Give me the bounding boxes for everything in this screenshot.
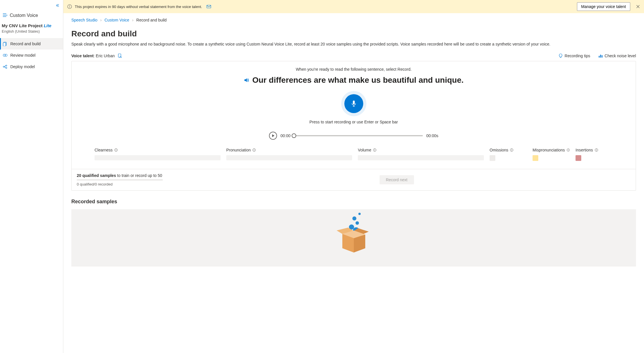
svg-point-14 [70, 5, 70, 6]
recorded-samples-empty [71, 209, 636, 267]
svg-line-10 [4, 66, 6, 67]
sidebar-product: Custom Voice [0, 9, 63, 23]
metrics: Clearness Pronunciation Volume [80, 148, 627, 161]
seek-slider[interactable] [294, 135, 423, 136]
nav-deploy-model[interactable]: Deploy model [0, 61, 63, 72]
recorder-sentence: Our differences are what make us beautif… [252, 76, 464, 85]
info-icon[interactable] [567, 148, 570, 152]
speaker-icon[interactable] [244, 78, 249, 83]
microphone-icon [350, 100, 358, 107]
time-current: 00:00 [280, 133, 290, 138]
info-icon[interactable] [252, 148, 256, 152]
footer-progress [77, 180, 163, 180]
page-description: Speak clearly with a good microphone and… [71, 41, 636, 47]
svg-point-29 [254, 149, 254, 149]
toolbar: Voice talent: Eric Urban Recording tips … [71, 54, 636, 58]
svg-point-9 [6, 67, 7, 68]
content-scroll[interactable]: Speech Studio › Custom Voice › Record an… [63, 13, 644, 353]
breadcrumb-current: Record and build [136, 18, 167, 22]
metric-clearness: Clearness [95, 148, 221, 161]
record-icon [3, 42, 7, 46]
close-icon[interactable] [636, 5, 640, 9]
chevron-double-left-icon [56, 3, 60, 7]
info-icon[interactable] [510, 148, 513, 152]
svg-point-41 [596, 149, 596, 149]
svg-point-32 [375, 149, 375, 149]
play-icon [272, 134, 275, 137]
project-name: My CNV Lite Project Lite [2, 23, 61, 28]
recorder-card: When you're ready to read the following … [71, 61, 636, 191]
main: This project expires in 90 days without … [63, 0, 644, 353]
deploy-icon [3, 64, 7, 69]
svg-rect-22 [600, 55, 601, 58]
metric-omissions: Omissions [490, 148, 527, 161]
breadcrumb-link[interactable]: Custom Voice [105, 18, 129, 22]
check-noise-link[interactable]: Check noise level [598, 54, 636, 58]
time-total: 00:00s [426, 133, 438, 138]
record-next-button[interactable]: Record next [380, 175, 414, 184]
svg-rect-4 [3, 43, 6, 46]
banner-text: This project expires in 90 days without … [75, 5, 202, 9]
empty-box-illustration [334, 211, 374, 257]
svg-point-6 [5, 54, 7, 56]
lightbulb-icon [558, 54, 563, 58]
sidebar-nav: Record and build Review model Deploy mod… [0, 38, 63, 72]
playback-controls: 00:00 00:00s [80, 132, 627, 140]
svg-rect-21 [599, 56, 600, 58]
product-title: Custom Voice [10, 13, 38, 18]
chevron-right-icon: › [100, 18, 102, 22]
svg-rect-15 [207, 5, 211, 8]
nav-label: Deploy model [10, 64, 35, 69]
svg-point-43 [352, 216, 356, 220]
sidebar-collapse-button[interactable] [0, 2, 63, 9]
recording-tips-link[interactable]: Recording tips [558, 54, 590, 58]
seek-thumb[interactable] [292, 133, 296, 138]
nav-record-and-build[interactable]: Record and build [0, 38, 63, 50]
nav-label: Review model [10, 53, 36, 58]
info-icon [67, 4, 72, 9]
svg-line-11 [4, 67, 6, 68]
footer-sub: 0 qualified/0 recorded [77, 182, 163, 186]
breadcrumb-link[interactable]: Speech Studio [71, 18, 97, 22]
breadcrumb: Speech Studio › Custom Voice › Record an… [71, 18, 636, 22]
list-icon [3, 13, 7, 18]
page-title: Record and build [71, 29, 636, 38]
svg-rect-23 [602, 55, 602, 58]
chevron-right-icon: › [132, 18, 133, 22]
sidebar: Custom Voice My CNV Lite Project Lite En… [0, 0, 63, 353]
svg-point-42 [358, 213, 361, 215]
recorded-samples-title: Recorded samples [71, 199, 636, 205]
document-person-icon[interactable] [117, 54, 122, 58]
metric-pronunciation: Pronunciation [226, 148, 352, 161]
svg-point-38 [568, 149, 568, 149]
expiry-banner: This project expires in 90 days without … [63, 0, 644, 13]
svg-point-7 [3, 66, 4, 67]
svg-point-44 [356, 221, 359, 225]
project-block: My CNV Lite Project Lite English (United… [0, 23, 63, 37]
mail-icon[interactable] [207, 5, 211, 9]
recorder-hint: When you're ready to read the following … [80, 67, 627, 72]
metric-mispronunciations: Mispronunciations [533, 148, 570, 161]
manage-voice-talent-button[interactable]: Manage your voice talent [577, 2, 630, 11]
bar-chart-icon [598, 54, 603, 58]
info-icon[interactable] [595, 148, 598, 152]
info-icon[interactable] [114, 148, 118, 152]
footer-text: 20 qualified samples to train or record … [77, 173, 163, 178]
info-icon[interactable] [373, 148, 376, 152]
play-button[interactable] [269, 132, 277, 140]
metric-volume: Volume [358, 148, 484, 161]
record-button[interactable] [341, 91, 366, 116]
svg-point-26 [116, 149, 116, 149]
project-language: English (United States) [2, 29, 61, 33]
recorder-footer: 20 qualified samples to train or record … [72, 169, 636, 190]
voice-talent: Voice talent: Eric Urban [71, 54, 115, 58]
nav-label: Record and build [10, 42, 41, 46]
mic-hint: Press to start recording or use Enter or… [80, 120, 627, 124]
nav-review-model[interactable]: Review model [0, 50, 63, 61]
metric-insertions: Insertions [576, 148, 613, 161]
svg-point-35 [512, 149, 512, 149]
review-icon [3, 53, 7, 58]
svg-point-8 [6, 65, 7, 66]
